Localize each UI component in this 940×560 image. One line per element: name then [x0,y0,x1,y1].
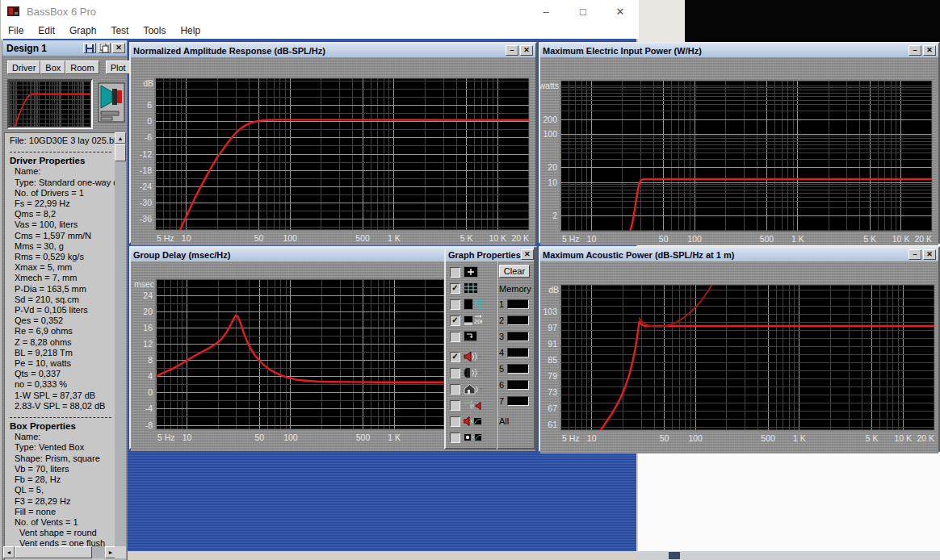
menu-graph[interactable]: Graph [62,23,103,38]
graph-body: dB103979185797367615 Hz10501005001 K5 K1… [540,261,938,453]
svg-text:500: 500 [356,433,371,442]
checkbox-grid[interactable]: ✓ [450,283,460,294]
palette-row-room [450,382,482,395]
graph-title: Normalized Amplitude Response (dB-SPL/Hz… [133,46,325,56]
menu-file[interactable]: File [1,23,31,38]
checkbox-room[interactable] [450,384,460,395]
minimize-icon[interactable]: – [909,45,921,56]
checkbox-speaker-response[interactable] [450,416,460,427]
palette-title-bar[interactable]: Graph Properties ✕ [446,248,534,261]
svg-text:10: 10 [587,433,597,443]
property-line: Fill = none [8,507,115,517]
title-bar[interactable]: BassBox 6 Pro – □ ✕ [1,0,639,23]
properties-text: File: 10GD30E 3 lay 025.bb6Driver Proper… [4,132,115,560]
vertical-scroll-thumb[interactable] [115,144,126,161]
graph-title-bar[interactable]: Normalized Amplitude Response (dB-SPL/Hz… [131,44,535,57]
memory-slot-3[interactable] [507,332,529,341]
design-panel-title-bar[interactable]: Design 1 ✕ [2,40,127,56]
menu-tools[interactable]: Tools [136,23,173,38]
memory-slot-1[interactable] [507,299,529,309]
speaker-cross-section-icon[interactable] [98,82,125,126]
property-line: Sd = 210, sq.cm [8,295,115,305]
maximize-button[interactable]: □ [564,0,602,23]
close-icon[interactable]: ✕ [923,45,936,56]
tab-room[interactable]: Room [65,61,99,74]
property-line: Qes = 0,352 [8,316,115,326]
property-line: 1-W SPL = 87,37 dB [8,391,115,401]
graph-properties-palette[interactable]: Graph Properties ✕ ✓✓20K✓ Clear Memory A… [444,246,535,449]
svg-text:20 K: 20 K [914,234,932,242]
scroll-left-icon[interactable]: ◄ [3,546,15,558]
minimize-button[interactable]: – [527,0,564,23]
copy-design-button[interactable] [98,43,111,53]
window-normalized-amplitude[interactable]: Normalized Amplitude Response (dB-SPL/Hz… [129,42,537,244]
checkbox-horizontal-scale[interactable]: ✓ [450,316,460,326]
vertical-scrollbar[interactable]: ▲ ▼ [115,132,126,560]
property-line: No. of Drivers = 1 [8,188,115,199]
memory-slot-2[interactable] [507,316,529,325]
svg-text:10 K: 10 K [489,233,506,242]
horizontal-scroll-thumb[interactable] [15,546,92,558]
property-line: P-Vd = 0,105 liters [8,305,115,316]
svg-text:0: 0 [147,116,152,126]
checkbox-driver[interactable] [450,368,460,378]
window-max-electric-power[interactable]: Maximum Electric Input Power (W/Hz) – ✕ … [539,42,940,244]
clear-button[interactable]: Clear [499,265,530,278]
svg-text:-36: -36 [140,214,152,224]
tab-box[interactable]: Box [40,61,65,74]
memory-number: 5 [499,364,504,374]
property-line: Cms = 1,597 mm/N [8,231,115,241]
design-close-button[interactable]: ✕ [112,43,125,53]
tab-plot[interactable]: Plot [106,61,131,74]
svg-text:50: 50 [254,233,264,242]
svg-text:85: 85 [548,355,557,365]
svg-text:500: 500 [355,233,370,242]
horizontal-scrollbar[interactable]: ◄ ► [3,546,116,558]
memory-slot-6[interactable] [507,380,529,390]
palette-row-vertical-scale [450,298,482,311]
memory-slot-4[interactable] [507,348,529,357]
svg-text:10 K: 10 K [892,234,910,242]
save-icon[interactable] [83,43,96,53]
graph-title: Group Delay (msec/Hz) [133,250,230,260]
plot-preview[interactable] [7,79,93,129]
palette-row-mic-response [450,431,482,444]
property-line: Vb = 70, liters [8,464,115,474]
checkbox-vertical-scale[interactable] [450,299,460,310]
minimize-icon[interactable]: – [506,45,518,56]
floppy-icon [86,44,94,52]
svg-text:-12: -12 [140,149,152,159]
close-icon[interactable]: ✕ [923,249,936,260]
scroll-up-icon[interactable]: ▲ [115,132,126,144]
close-icon[interactable]: ✕ [521,249,534,260]
minimize-icon[interactable]: – [909,249,921,260]
window-max-acoustic-power[interactable]: Maximum Acoustic Power (dB-SPL/Hz at 1 m… [539,246,940,452]
memory-slot-5[interactable] [507,364,529,374]
checkbox-crossover-network[interactable] [450,400,460,411]
graph-title: Maximum Electric Input Power (W/Hz) [543,46,702,56]
graph-title-bar[interactable]: Maximum Electric Input Power (W/Hz) – ✕ [540,44,938,57]
close-icon[interactable]: ✕ [520,45,533,56]
svg-text:20 K: 20 K [917,433,934,443]
svg-text:20K: 20K [474,318,482,325]
tab-driver[interactable]: Driver [7,61,40,74]
menu-help[interactable]: Help [173,23,208,38]
checkbox-speaker-on-axis[interactable]: ✓ [450,352,460,362]
graph-title-bar[interactable]: Maximum Acoustic Power (dB-SPL/Hz at 1 m… [540,248,938,261]
graph-body: watts200100201025 Hz10501005001 K5 K10 K… [540,57,938,245]
close-button[interactable]: ✕ [602,0,639,23]
memory-row-1: 1 [499,299,529,310]
checkbox-mic-response[interactable] [450,433,460,443]
palette-row-crosshair [450,265,482,278]
menu-test[interactable]: Test [103,23,136,38]
checkbox-corner-arrow[interactable] [450,332,460,342]
memory-all-label[interactable]: All [499,416,509,426]
svg-text:73: 73 [548,387,557,397]
checkbox-crosshair[interactable] [450,267,460,278]
background-window-edge [669,552,680,559]
menu-edit[interactable]: Edit [31,23,62,38]
memory-number: 2 [499,316,504,325]
memory-slot-7[interactable] [507,396,529,406]
driver-icon [464,367,482,378]
svg-text:5 K: 5 K [863,234,876,242]
